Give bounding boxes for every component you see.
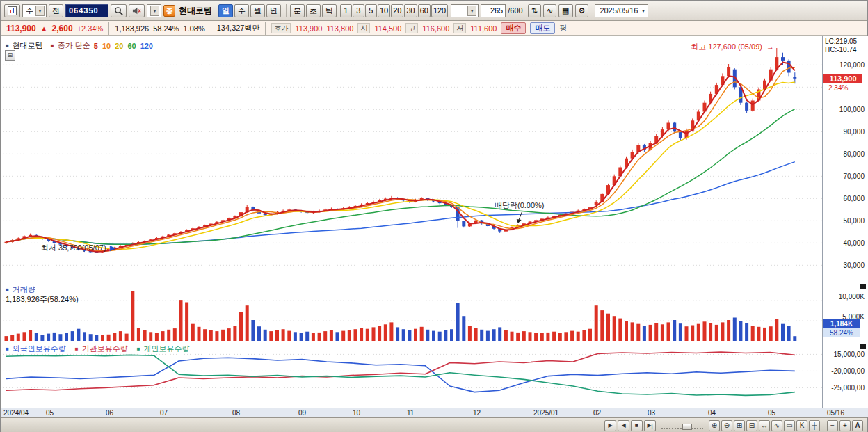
minute-button-3[interactable]: 3 <box>353 4 364 17</box>
period-button-year[interactable]: 년 <box>266 4 281 17</box>
minute-button-1[interactable]: 1 <box>340 4 352 17</box>
right-axis-strip: LC:219.05 HC:-10.74 30,00040,00050,00060… <box>822 36 868 408</box>
scroll-left-button[interactable]: ◀ <box>618 420 629 431</box>
unit-button-second[interactable]: 초 <box>306 4 321 17</box>
save-layout-icon[interactable]: ▦ <box>558 4 572 17</box>
date-picker[interactable]: 2025/05/16 ▼ <box>595 4 648 17</box>
period-button-week[interactable]: 주 <box>234 4 249 17</box>
x-axis-end-date: 05/16 <box>827 409 844 417</box>
right-arrow-icon: ▶ <box>110 243 115 252</box>
x-axis-month-label: 06 <box>106 409 113 417</box>
divider <box>265 22 266 35</box>
dividend-annotation-text: 배당락(0.00%) <box>495 201 545 209</box>
mute-button[interactable] <box>129 4 145 17</box>
x-axis-month-label: 05 <box>768 409 775 417</box>
x-axis-month-label: 03 <box>648 409 655 417</box>
scroll-end-button[interactable]: ▶| <box>644 420 656 431</box>
expand-horizontal-tool[interactable]: ↔ <box>759 420 770 431</box>
minute-button-20[interactable]: 20 <box>391 4 403 17</box>
holdings-tick-label: -20,000,00 <box>831 367 865 375</box>
high-annotation-text: 최고 127,600 (05/09) <box>691 42 762 51</box>
price-tick-label: 30,000 <box>843 262 865 269</box>
chart-scroll-slider[interactable] <box>661 422 703 429</box>
grid-tool[interactable]: ⊞ <box>734 420 745 431</box>
low-label: 저 <box>453 23 466 33</box>
chevron-down-icon: ▼ <box>641 8 645 13</box>
price-tick-label: 80,000 <box>843 150 865 158</box>
stock-history-dropdown[interactable]: ▼ <box>147 4 161 17</box>
current-volume-badge: 1,184K <box>823 319 860 328</box>
sell-button[interactable]: 매도 <box>530 22 555 34</box>
zoom-in-tool[interactable]: ⊕ <box>709 420 720 431</box>
x-axis-month-label: 04 <box>708 409 716 417</box>
minute-button-60[interactable]: 60 <box>418 4 431 17</box>
holdings-tick-label: -15,000,00 <box>831 351 865 358</box>
chart-toolbar: 주 ▼ 전 ▼ 증 현대로템 일주월년 분초틱 13510203060120 <box>1 1 867 21</box>
minute-button-10[interactable]: 10 <box>378 4 390 17</box>
holdings-pane-legend: ■외국인보유수량■기관보유수량■개인보유수량 <box>6 344 195 354</box>
trendline-tool[interactable]: ∿ <box>771 420 782 431</box>
stock-code-input[interactable] <box>65 4 108 17</box>
pane-divider[interactable] <box>1 282 868 282</box>
compress-tool[interactable]: ⊟ <box>746 420 757 431</box>
x-axis-month-label: 2025/01 <box>533 409 558 417</box>
price-tick-label: 70,000 <box>843 173 865 180</box>
scale-icon[interactable]: ⇅ <box>528 4 541 17</box>
lc-value: LC:219.05 <box>825 38 857 45</box>
x-axis-month-label: 10 <box>353 409 360 417</box>
minute-button-5[interactable]: 5 <box>365 4 377 17</box>
price-tick-label: 100,000 <box>839 106 865 113</box>
bid-price: 113,800 <box>326 24 353 33</box>
volume-pane-legend: ■ 거래량 <box>6 285 35 295</box>
stop-button[interactable]: ■ <box>631 420 643 431</box>
up-arrow-icon: ▲ <box>40 24 48 33</box>
ask-price: 113,900 <box>295 24 322 33</box>
auto-scale-button[interactable]: A <box>852 420 863 431</box>
price-tick-label: 40,000 <box>843 239 865 247</box>
candle-total-label: /600 <box>508 6 522 15</box>
price-volume-holdings-plot[interactable] <box>1 36 822 417</box>
scroll-right-button[interactable]: ▶ <box>604 420 616 431</box>
prev-stock-button[interactable]: 전 <box>49 4 63 17</box>
high-label: 고 <box>405 23 418 33</box>
hc-value: HC:-10.74 <box>825 46 857 54</box>
price-tick-label: 50,000 <box>843 217 865 225</box>
indicator-icon[interactable]: ∿ <box>543 4 556 17</box>
legend-square-icon: ■ <box>6 287 9 293</box>
price-tick-label: 90,000 <box>843 128 865 136</box>
zoom-in-button[interactable]: + <box>839 420 851 431</box>
minute-button-30[interactable]: 30 <box>404 4 417 17</box>
custom-interval-combo[interactable]: ▼ <box>451 4 479 17</box>
pane-divider[interactable] <box>1 342 868 342</box>
volume-pane-menu-button[interactable] <box>860 284 866 289</box>
period-type-combo[interactable]: 주 ▼ <box>22 4 47 17</box>
x-axis-band: 05/16 2024/0405060708091011122025/010203… <box>1 408 868 417</box>
minute-button-group: 13510203060120 <box>340 4 449 17</box>
period-button-month[interactable]: 월 <box>250 4 265 17</box>
unit-button-minute[interactable]: 분 <box>290 4 305 17</box>
margin-grade-badge: 증 <box>163 5 175 17</box>
candle-count-input[interactable] <box>481 4 506 17</box>
volume-tick-label: 10,000K <box>839 293 865 301</box>
chart-window-icon[interactable] <box>4 4 20 17</box>
period-button-group: 일주월년 <box>218 4 282 17</box>
crosshair-tool[interactable]: ┼ <box>809 420 820 431</box>
buy-button[interactable]: 매수 <box>501 22 526 34</box>
region-select-tool[interactable]: ▭ <box>784 420 795 431</box>
chevron-down-icon: ▼ <box>467 6 476 16</box>
period-button-day[interactable]: 일 <box>218 4 233 17</box>
holdings-pane-menu-button[interactable] <box>860 344 866 349</box>
unit-button-tick[interactable]: 틱 <box>322 4 337 17</box>
search-button[interactable] <box>111 4 127 17</box>
divider <box>108 22 109 35</box>
zoom-out-button[interactable]: − <box>827 420 838 431</box>
k-line-tool[interactable]: K <box>796 420 807 431</box>
slider-handle[interactable] <box>682 424 692 430</box>
minute-button-120[interactable]: 120 <box>431 4 448 17</box>
legend-square-icon: ■ <box>75 346 79 352</box>
zoom-out-tool[interactable]: ⊖ <box>721 420 732 431</box>
volume-subtitle: 1,183,926주(58.24%) <box>6 294 79 305</box>
volume-value: 1,183,926 <box>115 24 149 33</box>
settings-icon[interactable]: ⚙ <box>575 4 589 17</box>
holdings-series-label: 기관보유수량 <box>82 344 128 354</box>
